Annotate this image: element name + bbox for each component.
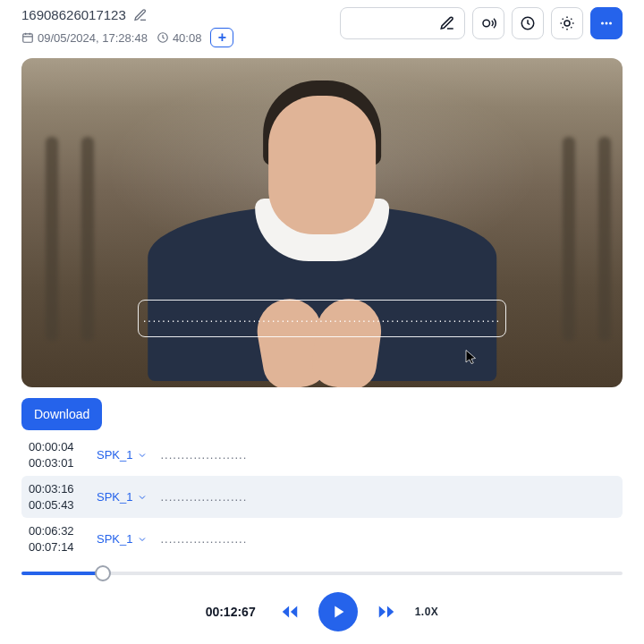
cursor-arrow-icon	[463, 346, 479, 368]
transcript-row[interactable]: 00:03:16 00:05:43 SPK_1 ................…	[21, 476, 623, 518]
transcript-row[interactable]: 00:06:32 00:07:14 SPK_1 ................…	[21, 518, 623, 560]
transcript-row[interactable]: 00:00:04 00:03:01 SPK_1 ................…	[21, 434, 623, 476]
caption-input[interactable]: ........................................…	[138, 300, 506, 337]
playback-controls: 00:12:67 1.0X	[21, 592, 623, 631]
add-tag-button[interactable]: +	[210, 28, 233, 47]
video-frame-illustration	[21, 58, 623, 387]
dots-horizontal-icon	[598, 15, 614, 31]
transcript-list: 00:00:04 00:03:01 SPK_1 ................…	[21, 434, 623, 560]
top-bar: 16908626017123 09/05/2024, 17:28:48 40:0…	[21, 7, 623, 47]
speaker-select[interactable]: SPK_1	[97, 532, 148, 546]
transcript-text[interactable]: .....................	[160, 490, 247, 504]
video-player[interactable]: ........................................…	[21, 58, 623, 387]
theme-toggle-button[interactable]	[551, 7, 583, 39]
seek-thumb[interactable]	[95, 565, 111, 581]
forward-icon	[377, 602, 396, 622]
search-input[interactable]	[340, 7, 465, 39]
speaker-select[interactable]: SPK_1	[97, 448, 148, 462]
chevron-down-icon	[137, 450, 148, 461]
row-end-time: 00:07:14	[29, 539, 84, 555]
svg-rect-0	[23, 34, 33, 42]
rewind-button[interactable]	[277, 599, 302, 624]
recording-title: 16908626017123	[21, 7, 126, 22]
playback-speed-button[interactable]: 1.0X	[415, 606, 439, 618]
transcript-text[interactable]: .....................	[160, 448, 247, 462]
audio-wave-button[interactable]	[472, 7, 504, 39]
svg-point-7	[609, 22, 612, 25]
meta-row: 09/05/2024, 17:28:48 40:08 +	[21, 28, 326, 47]
history-button[interactable]	[512, 7, 544, 39]
pencil-icon	[439, 15, 455, 31]
more-menu-button[interactable]	[590, 7, 623, 39]
sun-icon	[559, 15, 575, 31]
audio-wave-icon	[480, 15, 496, 31]
calendar-icon	[21, 31, 34, 44]
svg-point-5	[601, 22, 604, 25]
forward-button[interactable]	[374, 599, 399, 624]
chevron-down-icon	[137, 534, 148, 545]
seek-slider[interactable]	[21, 565, 623, 581]
clock-icon	[157, 31, 169, 44]
speaker-select[interactable]: SPK_1	[97, 490, 148, 504]
row-start-time: 00:06:32	[29, 523, 84, 539]
download-button[interactable]: Download	[21, 398, 102, 430]
caption-placeholder: ........................................…	[143, 312, 501, 325]
row-start-time: 00:03:16	[29, 481, 84, 497]
title-row: 16908626017123	[21, 7, 326, 22]
duration-meta: 40:08	[157, 31, 202, 45]
svg-point-6	[606, 22, 608, 25]
current-time: 00:12:67	[206, 605, 256, 619]
play-icon	[328, 602, 348, 622]
clock-icon	[520, 15, 536, 31]
chevron-down-icon	[137, 492, 148, 503]
play-button[interactable]	[318, 592, 358, 631]
rewind-icon	[280, 602, 300, 622]
row-end-time: 00:05:43	[29, 497, 84, 513]
svg-point-4	[564, 21, 570, 26]
row-end-time: 00:03:01	[29, 455, 84, 471]
row-start-time: 00:00:04	[29, 439, 84, 455]
svg-point-2	[483, 20, 490, 27]
edit-title-icon[interactable]	[133, 8, 148, 22]
date-meta: 09/05/2024, 17:28:48	[21, 31, 148, 45]
transcript-text[interactable]: .....................	[160, 532, 247, 546]
